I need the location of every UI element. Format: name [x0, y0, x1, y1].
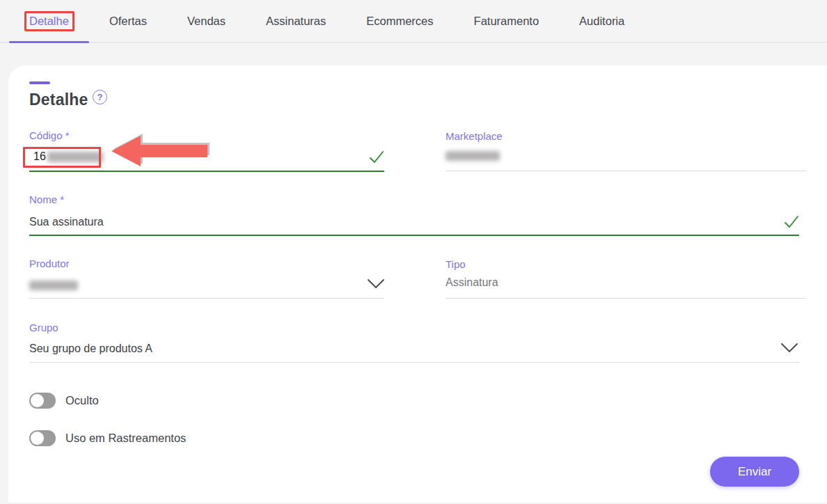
grupo-label: Grupo: [29, 322, 58, 333]
chevron-down-icon: [780, 341, 799, 355]
produtor-dropdown-toggle[interactable]: [366, 277, 386, 294]
enviar-button[interactable]: Enviar: [710, 457, 799, 487]
rastreamentos-toggle-label: Uso em Rastreamentos: [65, 432, 186, 445]
annotation-arrow-icon: [110, 135, 207, 167]
marketplace-label: Marketplace: [446, 130, 503, 142]
produtor-label: Produtor: [29, 258, 70, 269]
panel-title: Detalhe: [29, 90, 88, 109]
tipo-label: Tipo: [446, 258, 466, 270]
heading-accent-dash: [29, 81, 50, 84]
tab-label: Faturamento: [474, 15, 539, 28]
tab-ecommerces[interactable]: Ecommerces: [346, 0, 453, 42]
nome-value: Sua assinatura: [29, 216, 104, 228]
nome-label: Nome *: [29, 194, 64, 205]
tab-faturamento[interactable]: Faturamento: [454, 0, 560, 42]
marketplace-redacted-value: [446, 151, 500, 161]
produtor-underline: [29, 298, 384, 299]
produtor-redacted-value: [29, 281, 78, 290]
rastreamentos-toggle[interactable]: [29, 430, 56, 446]
codigo-input[interactable]: 16: [33, 149, 103, 164]
marketplace-underline: [446, 171, 806, 171]
tab-ofertas[interactable]: Ofertas: [89, 0, 167, 42]
tab-label: Detalhe: [29, 15, 69, 28]
codigo-underline: [29, 171, 384, 172]
nome-input[interactable]: Sua assinatura: [29, 214, 104, 230]
grupo-dropdown-toggle[interactable]: [780, 341, 799, 358]
tab-label: Assinaturas: [266, 15, 326, 28]
screen: Detalhe Ofertas Vendas Assinaturas Ecomm…: [0, 0, 827, 504]
oculto-toggle-row: Oculto: [29, 393, 99, 409]
nome-valid-check-icon: [782, 213, 801, 231]
help-icon[interactable]: ?: [93, 90, 107, 104]
nome-underline: [29, 235, 799, 236]
codigo-label: Código *: [29, 129, 70, 141]
detail-card: Detalhe ? Código * 16 Marketplace Nome *…: [8, 65, 827, 503]
tab-label: Ofertas: [109, 15, 147, 28]
grupo-select[interactable]: Seu grupo de produtos A: [29, 341, 152, 356]
oculto-toggle[interactable]: [29, 393, 56, 409]
chevron-down-icon: [366, 277, 386, 291]
grupo-value: Seu grupo de produtos A: [29, 342, 152, 354]
grupo-underline: [29, 362, 799, 363]
codigo-value: 16: [33, 150, 46, 162]
tab-vendas[interactable]: Vendas: [167, 0, 246, 42]
marketplace-value: [446, 149, 500, 162]
toggle-knob: [31, 432, 44, 445]
tab-detalhe[interactable]: Detalhe: [9, 0, 89, 42]
codigo-valid-check-icon: [368, 148, 386, 166]
tab-label: Ecommerces: [366, 15, 433, 28]
oculto-toggle-label: Oculto: [65, 394, 99, 407]
produtor-select[interactable]: [29, 278, 78, 291]
toggle-knob: [31, 394, 44, 407]
tipo-underline: [446, 298, 806, 299]
tab-label: Auditoria: [579, 15, 624, 28]
tab-label: Vendas: [187, 15, 226, 28]
tab-bar: Detalhe Ofertas Vendas Assinaturas Ecomm…: [0, 0, 827, 43]
tipo-value: Assinatura: [446, 275, 498, 290]
tab-auditoria[interactable]: Auditoria: [559, 0, 645, 42]
tab-assinaturas[interactable]: Assinaturas: [246, 0, 346, 42]
rastreamentos-toggle-row: Uso em Rastreamentos: [29, 430, 186, 446]
codigo-redacted-value: [47, 152, 103, 162]
